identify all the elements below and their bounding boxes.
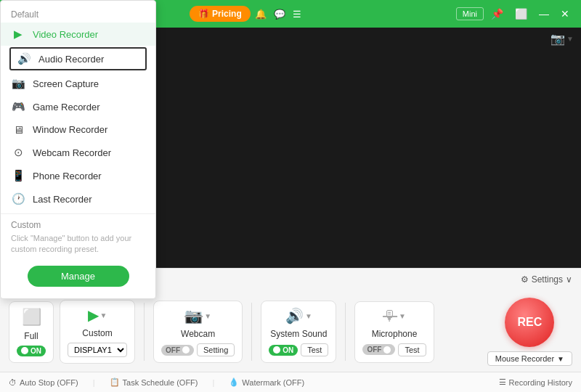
micro-arrow: ▼ bbox=[399, 312, 406, 320]
gift-icon: 🎁 bbox=[198, 9, 209, 19]
microphone-icon: 🎙 bbox=[383, 308, 397, 324]
task-schedule-status: 📋 Task Schedule (OFF) bbox=[110, 377, 198, 387]
recording-history-label[interactable]: Recording History bbox=[509, 378, 572, 387]
status-divider-1: | bbox=[93, 378, 95, 387]
rec-button[interactable]: REC bbox=[505, 298, 554, 347]
mouse-recorder-label: Mouse Recorder bbox=[495, 354, 554, 363]
phone-recorder-label: Phone Recorder bbox=[33, 171, 102, 181]
camera-icon: 📷 bbox=[550, 32, 565, 46]
system-sound-label: System Sound bbox=[270, 329, 327, 339]
microphone-label: Microphone bbox=[372, 329, 418, 339]
webcam-toggle-label: OFF bbox=[166, 346, 180, 354]
camera-capture-button[interactable]: 📷 ▼ bbox=[550, 32, 574, 46]
system-arrow: ▼ bbox=[305, 312, 312, 320]
game-recorder-icon: 🎮 bbox=[11, 100, 25, 113]
rec-label: REC bbox=[517, 316, 542, 329]
settings-gear-icon: ⚙ bbox=[521, 274, 529, 285]
webcam-recorder-icon: ⊙ bbox=[11, 146, 25, 159]
micro-test-button[interactable]: Test bbox=[398, 343, 426, 356]
pin-button[interactable]: 📌 bbox=[487, 5, 508, 23]
auto-stop-icon: ⏱ bbox=[9, 378, 17, 387]
system-toggle-label: ON bbox=[283, 346, 293, 354]
screen-capture-icon: 📷 bbox=[11, 77, 25, 90]
auto-stop-label[interactable]: Auto Stop (OFF) bbox=[20, 378, 78, 387]
menu-item-webcam-recorder[interactable]: ⊙ Webcam Recorder bbox=[1, 141, 155, 164]
minimize-button[interactable]: — bbox=[535, 5, 553, 23]
webcam-toggle[interactable]: OFF bbox=[161, 345, 194, 356]
webcam-setting-button[interactable]: Setting bbox=[197, 343, 235, 356]
system-sound-control-group: 🔊 ▼ System Sound ON Test bbox=[261, 301, 336, 363]
menu-divider bbox=[1, 213, 155, 214]
menu-item-game-recorder[interactable]: 🎮 Game Recorder bbox=[1, 95, 155, 118]
phone-recorder-icon: 📱 bbox=[11, 169, 25, 182]
toggle-dot-full bbox=[21, 347, 28, 354]
micro-toggle-row: OFF Test bbox=[362, 343, 426, 356]
system-sound-icon: 🔊 bbox=[285, 307, 304, 324]
full-control-group: ⬜ Full ON bbox=[9, 301, 54, 363]
menu-icon[interactable]: ☰ bbox=[293, 9, 301, 20]
pricing-button[interactable]: 🎁 Pricing bbox=[190, 6, 251, 22]
menu-item-audio-recorder[interactable]: 🔊 Audio Recorder bbox=[9, 47, 147, 70]
microphone-toggle[interactable]: OFF bbox=[362, 344, 395, 355]
default-section-title: Default bbox=[1, 7, 155, 23]
app-container: tered) 🎁 Pricing 🔔 💬 ☰ Mini 📌 ⬜ — ✕ 📷 bbox=[0, 0, 581, 392]
system-toggle[interactable]: ON bbox=[269, 345, 298, 356]
settings-arrow: ∨ bbox=[566, 274, 572, 285]
status-bar-right: ☰ Recording History bbox=[499, 377, 572, 387]
menu-item-screen-capture[interactable]: 📷 Screen Capture bbox=[1, 72, 155, 95]
mouse-recorder-arrow: ▼ bbox=[557, 355, 564, 363]
toolbar-icons: 🔔 💬 ☰ bbox=[255, 9, 301, 20]
settings-row: ⚙ Settings ∨ bbox=[521, 274, 572, 285]
webcam-toggle-row: OFF Setting bbox=[161, 343, 235, 356]
custom-arrow: ▼ bbox=[100, 311, 107, 319]
system-test-button[interactable]: Test bbox=[301, 343, 328, 356]
mini-button[interactable]: Mini bbox=[456, 7, 484, 20]
custom-label: Custom bbox=[82, 328, 112, 338]
custom-icon: ▶ bbox=[88, 306, 99, 324]
settings-label[interactable]: Settings bbox=[532, 274, 563, 285]
last-recorder-label: Last Recorder bbox=[33, 194, 92, 205]
pricing-label: Pricing bbox=[212, 9, 242, 19]
window-recorder-icon: 🖥 bbox=[11, 123, 25, 136]
webcam-icon: 📷 bbox=[184, 307, 203, 324]
manage-button[interactable]: Manage bbox=[28, 266, 129, 287]
rec-area: REC Mouse Recorder ▼ bbox=[487, 298, 572, 366]
last-recorder-icon: 🕐 bbox=[11, 192, 25, 205]
window-recorder-label: Window Recorder bbox=[33, 124, 107, 135]
close-button[interactable]: ✕ bbox=[556, 5, 574, 23]
menu-item-window-recorder[interactable]: 🖥 Window Recorder bbox=[1, 118, 155, 141]
menu-item-last-recorder[interactable]: 🕐 Last Recorder bbox=[1, 187, 155, 211]
mouse-recorder-button[interactable]: Mouse Recorder ▼ bbox=[487, 351, 572, 366]
game-recorder-label: Game Recorder bbox=[33, 102, 99, 113]
custom-icon-group: ▶ ▼ bbox=[88, 306, 107, 324]
full-toggle-row: ON bbox=[17, 346, 46, 356]
full-toggle[interactable]: ON bbox=[17, 346, 46, 356]
screen-capture-label: Screen Capture bbox=[33, 78, 99, 89]
custom-toggle-row: DISPLAY1 bbox=[68, 343, 127, 357]
video-recorder-icon: ▶ bbox=[11, 28, 25, 41]
microphone-control-group: 🎙 ▼ Microphone OFF Test bbox=[354, 301, 434, 363]
audio-recorder-icon: 🔊 bbox=[17, 52, 31, 65]
task-schedule-icon: 📋 bbox=[110, 377, 120, 387]
webcam-icon-group: 📷 ▼ bbox=[184, 307, 211, 324]
chat-icon[interactable]: 💬 bbox=[274, 9, 285, 20]
phone-icon[interactable]: 🔔 bbox=[255, 9, 267, 20]
menu-item-video-recorder[interactable]: ▶ Video Recorder bbox=[1, 23, 155, 46]
menu-item-phone-recorder[interactable]: 📱 Phone Recorder bbox=[1, 164, 155, 187]
watermark-icon: 💧 bbox=[229, 377, 239, 387]
system-icon-group: 🔊 ▼ bbox=[285, 307, 312, 324]
vertical-divider-1 bbox=[144, 303, 145, 361]
micro-icon-group: 🎙 ▼ bbox=[383, 308, 406, 324]
task-schedule-label[interactable]: Task Schedule (OFF) bbox=[123, 378, 198, 387]
display-select[interactable]: DISPLAY1 bbox=[68, 343, 127, 357]
system-toggle-row: ON Test bbox=[269, 343, 328, 356]
status-divider-2: | bbox=[212, 378, 214, 387]
auto-stop-status: ⏱ Auto Stop (OFF) bbox=[9, 378, 78, 387]
webcam-control-group: 📷 ▼ Webcam OFF Setting bbox=[153, 301, 243, 363]
audio-recorder-label: Audio Recorder bbox=[38, 54, 104, 65]
webcam-arrow: ▼ bbox=[204, 312, 211, 320]
watermark-status: 💧 Watermark (OFF) bbox=[229, 377, 304, 387]
watermark-label[interactable]: Watermark (OFF) bbox=[242, 378, 304, 387]
menu-item-audio-recorder-wrapper: 🔊 Audio Recorder bbox=[1, 46, 155, 72]
maximize-button[interactable]: ⬜ bbox=[511, 5, 532, 23]
